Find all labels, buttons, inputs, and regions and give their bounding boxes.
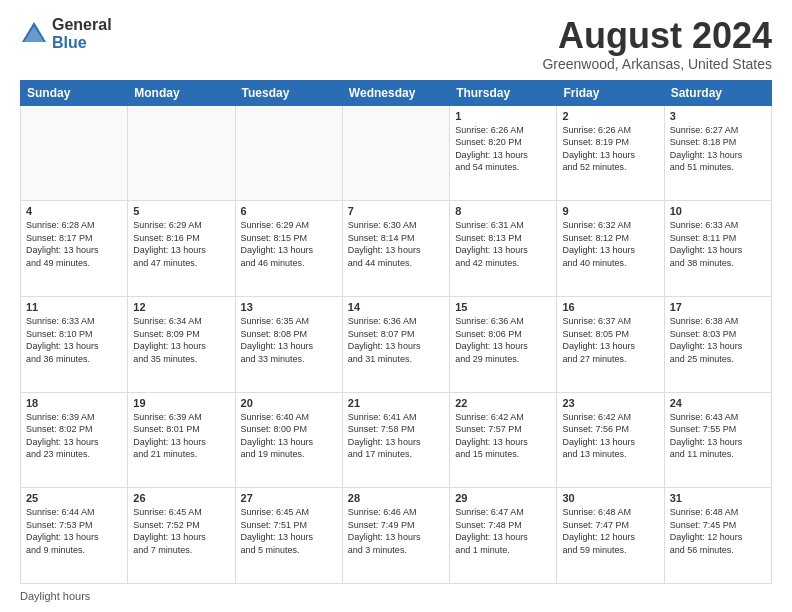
calendar-cell: 12Sunrise: 6:34 AM Sunset: 8:09 PM Dayli…	[128, 296, 235, 392]
day-number: 6	[241, 205, 337, 217]
day-number: 22	[455, 397, 551, 409]
day-number: 21	[348, 397, 444, 409]
calendar-week-row: 25Sunrise: 6:44 AM Sunset: 7:53 PM Dayli…	[21, 488, 772, 584]
month-title: August 2024	[542, 16, 772, 56]
calendar-cell	[21, 105, 128, 201]
day-info: Sunrise: 6:37 AM Sunset: 8:05 PM Dayligh…	[562, 315, 658, 365]
calendar-cell: 17Sunrise: 6:38 AM Sunset: 8:03 PM Dayli…	[664, 296, 771, 392]
weekday-header-saturday: Saturday	[664, 80, 771, 105]
day-info: Sunrise: 6:48 AM Sunset: 7:45 PM Dayligh…	[670, 506, 766, 556]
calendar-cell: 20Sunrise: 6:40 AM Sunset: 8:00 PM Dayli…	[235, 392, 342, 488]
calendar-cell: 5Sunrise: 6:29 AM Sunset: 8:16 PM Daylig…	[128, 201, 235, 297]
calendar-cell: 24Sunrise: 6:43 AM Sunset: 7:55 PM Dayli…	[664, 392, 771, 488]
day-number: 30	[562, 492, 658, 504]
day-info: Sunrise: 6:36 AM Sunset: 8:06 PM Dayligh…	[455, 315, 551, 365]
day-number: 11	[26, 301, 122, 313]
day-number: 7	[348, 205, 444, 217]
day-number: 19	[133, 397, 229, 409]
day-info: Sunrise: 6:28 AM Sunset: 8:17 PM Dayligh…	[26, 219, 122, 269]
weekday-header-tuesday: Tuesday	[235, 80, 342, 105]
calendar-cell: 3Sunrise: 6:27 AM Sunset: 8:18 PM Daylig…	[664, 105, 771, 201]
day-info: Sunrise: 6:39 AM Sunset: 8:01 PM Dayligh…	[133, 411, 229, 461]
calendar-week-row: 11Sunrise: 6:33 AM Sunset: 8:10 PM Dayli…	[21, 296, 772, 392]
calendar-cell: 21Sunrise: 6:41 AM Sunset: 7:58 PM Dayli…	[342, 392, 449, 488]
calendar-cell: 30Sunrise: 6:48 AM Sunset: 7:47 PM Dayli…	[557, 488, 664, 584]
day-info: Sunrise: 6:46 AM Sunset: 7:49 PM Dayligh…	[348, 506, 444, 556]
calendar-cell: 22Sunrise: 6:42 AM Sunset: 7:57 PM Dayli…	[450, 392, 557, 488]
day-number: 16	[562, 301, 658, 313]
title-block: August 2024 Greenwood, Arkansas, United …	[542, 16, 772, 72]
calendar-cell: 13Sunrise: 6:35 AM Sunset: 8:08 PM Dayli…	[235, 296, 342, 392]
day-number: 14	[348, 301, 444, 313]
day-info: Sunrise: 6:42 AM Sunset: 7:57 PM Dayligh…	[455, 411, 551, 461]
calendar-cell: 8Sunrise: 6:31 AM Sunset: 8:13 PM Daylig…	[450, 201, 557, 297]
calendar-cell: 25Sunrise: 6:44 AM Sunset: 7:53 PM Dayli…	[21, 488, 128, 584]
calendar-week-row: 18Sunrise: 6:39 AM Sunset: 8:02 PM Dayli…	[21, 392, 772, 488]
day-info: Sunrise: 6:31 AM Sunset: 8:13 PM Dayligh…	[455, 219, 551, 269]
logo-blue-label: Blue	[52, 34, 112, 52]
weekday-header-friday: Friday	[557, 80, 664, 105]
calendar-cell: 27Sunrise: 6:45 AM Sunset: 7:51 PM Dayli…	[235, 488, 342, 584]
location: Greenwood, Arkansas, United States	[542, 56, 772, 72]
calendar-week-row: 1Sunrise: 6:26 AM Sunset: 8:20 PM Daylig…	[21, 105, 772, 201]
day-info: Sunrise: 6:44 AM Sunset: 7:53 PM Dayligh…	[26, 506, 122, 556]
weekday-header-row: SundayMondayTuesdayWednesdayThursdayFrid…	[21, 80, 772, 105]
calendar-cell: 9Sunrise: 6:32 AM Sunset: 8:12 PM Daylig…	[557, 201, 664, 297]
day-number: 2	[562, 110, 658, 122]
day-number: 15	[455, 301, 551, 313]
weekday-header-wednesday: Wednesday	[342, 80, 449, 105]
calendar-cell: 4Sunrise: 6:28 AM Sunset: 8:17 PM Daylig…	[21, 201, 128, 297]
day-info: Sunrise: 6:29 AM Sunset: 8:16 PM Dayligh…	[133, 219, 229, 269]
calendar-cell: 6Sunrise: 6:29 AM Sunset: 8:15 PM Daylig…	[235, 201, 342, 297]
day-info: Sunrise: 6:29 AM Sunset: 8:15 PM Dayligh…	[241, 219, 337, 269]
calendar-cell: 2Sunrise: 6:26 AM Sunset: 8:19 PM Daylig…	[557, 105, 664, 201]
day-info: Sunrise: 6:33 AM Sunset: 8:11 PM Dayligh…	[670, 219, 766, 269]
calendar-cell: 11Sunrise: 6:33 AM Sunset: 8:10 PM Dayli…	[21, 296, 128, 392]
weekday-header-monday: Monday	[128, 80, 235, 105]
day-info: Sunrise: 6:47 AM Sunset: 7:48 PM Dayligh…	[455, 506, 551, 556]
page: General Blue August 2024 Greenwood, Arka…	[0, 0, 792, 612]
day-info: Sunrise: 6:36 AM Sunset: 8:07 PM Dayligh…	[348, 315, 444, 365]
calendar-cell	[128, 105, 235, 201]
day-info: Sunrise: 6:38 AM Sunset: 8:03 PM Dayligh…	[670, 315, 766, 365]
day-info: Sunrise: 6:42 AM Sunset: 7:56 PM Dayligh…	[562, 411, 658, 461]
logo-general-label: General	[52, 16, 112, 34]
day-number: 12	[133, 301, 229, 313]
logo-text: General Blue	[52, 16, 112, 51]
day-info: Sunrise: 6:35 AM Sunset: 8:08 PM Dayligh…	[241, 315, 337, 365]
logo: General Blue	[20, 16, 112, 51]
day-number: 8	[455, 205, 551, 217]
calendar-cell	[342, 105, 449, 201]
calendar-cell: 28Sunrise: 6:46 AM Sunset: 7:49 PM Dayli…	[342, 488, 449, 584]
calendar-cell	[235, 105, 342, 201]
day-info: Sunrise: 6:45 AM Sunset: 7:52 PM Dayligh…	[133, 506, 229, 556]
day-number: 3	[670, 110, 766, 122]
calendar-cell: 29Sunrise: 6:47 AM Sunset: 7:48 PM Dayli…	[450, 488, 557, 584]
day-number: 31	[670, 492, 766, 504]
calendar-body: 1Sunrise: 6:26 AM Sunset: 8:20 PM Daylig…	[21, 105, 772, 583]
calendar-header: SundayMondayTuesdayWednesdayThursdayFrid…	[21, 80, 772, 105]
logo-icon	[20, 20, 48, 48]
day-info: Sunrise: 6:34 AM Sunset: 8:09 PM Dayligh…	[133, 315, 229, 365]
footer: Daylight hours	[20, 590, 772, 602]
day-number: 17	[670, 301, 766, 313]
weekday-header-sunday: Sunday	[21, 80, 128, 105]
day-info: Sunrise: 6:26 AM Sunset: 8:20 PM Dayligh…	[455, 124, 551, 174]
calendar-cell: 1Sunrise: 6:26 AM Sunset: 8:20 PM Daylig…	[450, 105, 557, 201]
day-number: 10	[670, 205, 766, 217]
day-number: 5	[133, 205, 229, 217]
calendar-cell: 26Sunrise: 6:45 AM Sunset: 7:52 PM Dayli…	[128, 488, 235, 584]
calendar-cell: 23Sunrise: 6:42 AM Sunset: 7:56 PM Dayli…	[557, 392, 664, 488]
day-number: 1	[455, 110, 551, 122]
day-number: 13	[241, 301, 337, 313]
calendar-week-row: 4Sunrise: 6:28 AM Sunset: 8:17 PM Daylig…	[21, 201, 772, 297]
day-number: 9	[562, 205, 658, 217]
footer-label: Daylight hours	[20, 590, 90, 602]
day-number: 4	[26, 205, 122, 217]
day-number: 20	[241, 397, 337, 409]
calendar-cell: 15Sunrise: 6:36 AM Sunset: 8:06 PM Dayli…	[450, 296, 557, 392]
day-number: 27	[241, 492, 337, 504]
day-info: Sunrise: 6:41 AM Sunset: 7:58 PM Dayligh…	[348, 411, 444, 461]
day-info: Sunrise: 6:45 AM Sunset: 7:51 PM Dayligh…	[241, 506, 337, 556]
calendar-cell: 7Sunrise: 6:30 AM Sunset: 8:14 PM Daylig…	[342, 201, 449, 297]
